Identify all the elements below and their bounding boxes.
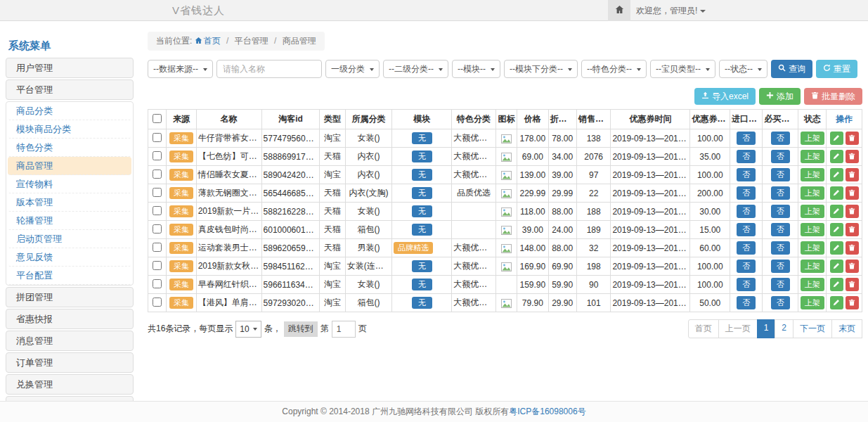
filter-select[interactable]: --模块下分类--: [504, 60, 578, 78]
add-button[interactable]: 添加: [759, 88, 801, 105]
row-checkbox[interactable]: [153, 133, 162, 142]
row-checkbox[interactable]: [153, 298, 162, 307]
status-badge[interactable]: 上架: [801, 241, 824, 255]
must-buy-toggle[interactable]: 否: [771, 241, 790, 255]
filter-select[interactable]: --二级分类--: [383, 60, 448, 78]
delete-button[interactable]: [846, 241, 859, 255]
import-excel-button[interactable]: 导入excel: [694, 88, 756, 105]
import-select-toggle[interactable]: 否: [737, 278, 756, 291]
filter-select[interactable]: --特色分类--: [581, 60, 647, 78]
row-checkbox[interactable]: [153, 261, 162, 270]
import-select-toggle[interactable]: 否: [737, 186, 756, 200]
must-buy-toggle[interactable]: 否: [771, 278, 790, 291]
must-buy-toggle[interactable]: 否: [771, 132, 790, 145]
edit-button[interactable]: [830, 296, 843, 309]
sidebar-item[interactable]: 消息管理: [6, 331, 134, 351]
edit-button[interactable]: [830, 260, 843, 273]
row-checkbox[interactable]: [153, 279, 162, 288]
edit-button[interactable]: [830, 132, 843, 145]
row-checkbox[interactable]: [153, 206, 162, 215]
import-select-toggle[interactable]: 否: [737, 223, 756, 236]
delete-button[interactable]: [846, 260, 859, 273]
row-checkbox[interactable]: [153, 151, 162, 160]
edit-button[interactable]: [830, 223, 843, 236]
delete-button[interactable]: [846, 205, 859, 218]
sidebar-item-platform-management[interactable]: 平台管理: [6, 79, 134, 100]
row-checkbox[interactable]: [153, 188, 162, 197]
import-select-toggle[interactable]: 否: [737, 150, 756, 163]
import-select-toggle[interactable]: 否: [737, 241, 756, 255]
user-menu[interactable]: 欢迎您，管理员!: [636, 0, 706, 21]
data-source-select[interactable]: --数据来源--: [148, 60, 213, 78]
filter-select[interactable]: --宝贝类型--: [650, 60, 715, 78]
filter-select[interactable]: --状态--: [719, 60, 767, 78]
must-buy-toggle[interactable]: 否: [771, 223, 790, 236]
pager-item[interactable]: 首页: [688, 319, 719, 338]
status-badge[interactable]: 上架: [801, 223, 824, 236]
import-select-toggle[interactable]: 否: [737, 168, 756, 181]
import-select-toggle[interactable]: 否: [737, 205, 756, 218]
sidebar-submenu-item[interactable]: 商品分类: [8, 102, 131, 120]
icp-link[interactable]: 粤ICP备16098006号: [509, 407, 585, 416]
status-badge[interactable]: 上架: [801, 296, 824, 309]
pager-item[interactable]: 下一页: [793, 319, 832, 338]
pager-item[interactable]: 2: [775, 319, 793, 338]
sidebar-item[interactable]: 兑换管理: [6, 374, 134, 395]
sidebar-submenu-item[interactable]: 轮播管理: [8, 212, 131, 230]
batch-delete-button[interactable]: 批量删除: [804, 88, 862, 105]
jump-to-button[interactable]: 跳转到: [284, 321, 318, 337]
sidebar-submenu-item[interactable]: 宣传物料: [8, 175, 131, 193]
pager-item[interactable]: 1: [757, 319, 776, 338]
must-buy-toggle[interactable]: 否: [771, 260, 790, 273]
edit-button[interactable]: [830, 168, 843, 181]
delete-button[interactable]: [846, 296, 859, 309]
sidebar-item-user-management[interactable]: 用户管理: [6, 58, 134, 78]
import-select-toggle[interactable]: 否: [737, 260, 756, 273]
delete-button[interactable]: [846, 186, 859, 200]
status-badge[interactable]: 上架: [801, 186, 824, 200]
page-number-input[interactable]: [332, 321, 356, 338]
sidebar-item[interactable]: 省惠快报: [6, 309, 134, 329]
edit-button[interactable]: [830, 278, 843, 291]
delete-button[interactable]: [846, 168, 859, 181]
status-badge[interactable]: 上架: [801, 168, 824, 181]
pager-item[interactable]: 上一页: [718, 319, 758, 338]
delete-button[interactable]: [846, 132, 859, 145]
sidebar-item[interactable]: 拼团管理: [6, 287, 134, 307]
must-buy-toggle[interactable]: 否: [771, 205, 790, 218]
sidebar-submenu-item[interactable]: 商品管理: [8, 157, 131, 175]
reset-button[interactable]: 重置: [816, 60, 857, 78]
edit-button[interactable]: [830, 205, 843, 218]
status-badge[interactable]: 上架: [801, 132, 824, 145]
per-page-select[interactable]: 10: [235, 321, 261, 338]
edit-button[interactable]: [830, 150, 843, 163]
status-badge[interactable]: 上架: [801, 260, 824, 273]
delete-button[interactable]: [846, 278, 859, 291]
status-badge[interactable]: 上架: [801, 205, 824, 218]
sidebar-submenu-item[interactable]: 启动页管理: [8, 230, 131, 248]
sidebar-submenu-item[interactable]: 平台配置: [8, 267, 131, 285]
filter-select[interactable]: 一级分类: [325, 60, 380, 78]
search-button[interactable]: 查询: [771, 60, 812, 78]
edit-button[interactable]: [830, 241, 843, 255]
must-buy-toggle[interactable]: 否: [771, 296, 790, 309]
edit-button[interactable]: [830, 186, 843, 200]
breadcrumb-home-link[interactable]: 首页: [195, 36, 223, 46]
row-checkbox[interactable]: [153, 243, 162, 252]
import-select-toggle[interactable]: 否: [737, 296, 756, 309]
home-button[interactable]: [608, 0, 630, 21]
sidebar-submenu-item[interactable]: 模块商品分类: [8, 120, 131, 139]
must-buy-toggle[interactable]: 否: [771, 168, 790, 181]
delete-button[interactable]: [846, 223, 859, 236]
sidebar-submenu-item[interactable]: 版本管理: [8, 193, 131, 212]
sidebar-submenu-item[interactable]: 意见反馈: [8, 248, 131, 267]
must-buy-toggle[interactable]: 否: [771, 150, 790, 163]
select-all-checkbox[interactable]: [153, 114, 162, 123]
must-buy-toggle[interactable]: 否: [771, 186, 790, 200]
name-search-input[interactable]: [216, 60, 322, 78]
sidebar-item[interactable]: 订单管理: [6, 352, 134, 373]
sidebar-submenu-item[interactable]: 特色分类: [8, 139, 131, 157]
row-checkbox[interactable]: [153, 224, 162, 234]
status-badge[interactable]: 上架: [801, 150, 824, 163]
sidebar-item[interactable]: 统计管理: [6, 396, 134, 401]
